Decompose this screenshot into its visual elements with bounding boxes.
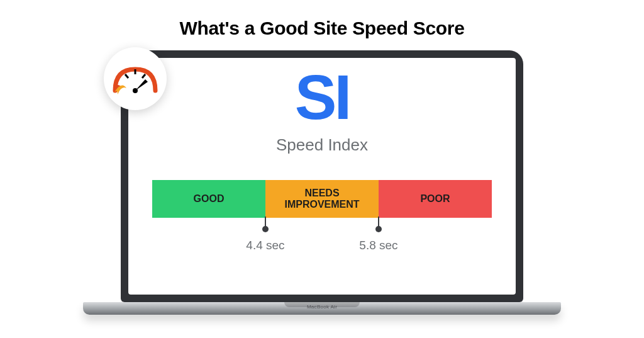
threshold-label: 5.8 sec — [359, 239, 397, 252]
svg-line-2 — [142, 74, 145, 78]
metric-label: Speed Index — [276, 135, 368, 155]
metric-abbrev: SI — [295, 70, 349, 124]
page-title: What's a Good Site Speed Score — [0, 0, 644, 39]
laptop-screen-bezel: SI Speed Index GOOD NEEDS IMPROVEMENT PO… — [121, 50, 523, 302]
laptop-base: MacBook Air — [83, 302, 561, 315]
threshold-label: 4.4 sec — [246, 239, 284, 252]
laptop-device: SI Speed Index GOOD NEEDS IMPROVEMENT PO… — [121, 50, 523, 315]
scale-segment-good: GOOD — [152, 180, 265, 218]
svg-line-0 — [125, 74, 128, 78]
screen-content: SI Speed Index GOOD NEEDS IMPROVEMENT PO… — [128, 58, 516, 295]
score-scale: GOOD NEEDS IMPROVEMENT POOR 4.4 sec 5.8 … — [152, 180, 492, 218]
scale-segment-poor: POOR — [379, 180, 492, 218]
svg-marker-4 — [135, 79, 148, 91]
speed-gauge-icon — [104, 47, 167, 110]
scale-segment-needs-improvement: NEEDS IMPROVEMENT — [265, 180, 379, 218]
device-brand-label: MacBook Air — [307, 304, 337, 310]
